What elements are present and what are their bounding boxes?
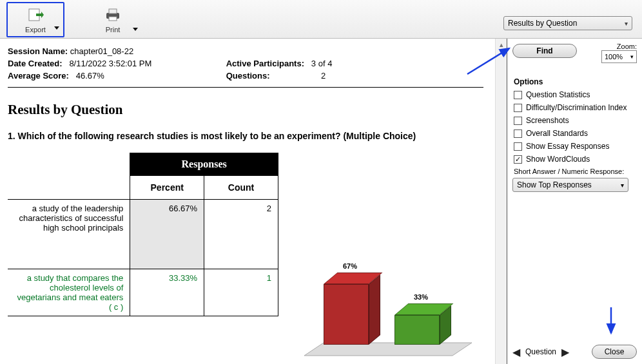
checkbox-icon[interactable] xyxy=(514,117,522,125)
option-screenshots[interactable]: Screenshots xyxy=(514,116,636,125)
export-icon xyxy=(27,6,44,24)
option-label: Question Statistics xyxy=(526,90,590,99)
option-difficulty-discrimination-index[interactable]: Difficulty/Discrimination Index xyxy=(514,103,636,112)
table-row: a study of the leadership characteristic… xyxy=(8,200,278,269)
scrollbar[interactable]: ▴ xyxy=(495,39,507,364)
option-overall-standards[interactable]: Overall Standards xyxy=(514,129,636,138)
view-select-value: Results by Question xyxy=(508,19,577,28)
close-button[interactable]: Close xyxy=(592,345,637,359)
col-percent: Percent xyxy=(130,176,204,200)
scroll-up-icon[interactable]: ▴ xyxy=(496,39,507,50)
chevron-down-icon: ▾ xyxy=(621,182,624,189)
report-pane: Session Name: chapter01_08-22 Date Creat… xyxy=(0,39,495,364)
responses-table: Responses Percent Count a study of the l… xyxy=(8,153,278,316)
chart-bar-label: 33% xyxy=(414,293,428,301)
print-button[interactable]: Print xyxy=(84,2,142,37)
find-label: Find xyxy=(536,46,552,55)
chart-bar-label: 67% xyxy=(343,262,357,270)
questions-label: Questions: xyxy=(226,71,270,81)
close-label: Close xyxy=(605,347,625,356)
date-value: 8/11/2022 3:52:01 PM xyxy=(69,59,151,68)
find-button[interactable]: Find xyxy=(512,44,577,58)
zoom-select[interactable]: 100% ▾ xyxy=(601,50,637,63)
option-label: Show Essay Responses xyxy=(526,142,609,151)
chevron-down-icon xyxy=(54,26,59,30)
count-cell: 1 xyxy=(204,269,278,316)
print-label: Print xyxy=(106,26,121,34)
checkbox-icon[interactable]: ✓ xyxy=(514,155,522,164)
chevron-down-icon: ▾ xyxy=(625,20,628,27)
zoom-value: 100% xyxy=(605,53,623,61)
next-question-button[interactable]: ▶ xyxy=(561,346,569,358)
percent-cell: 66.67% xyxy=(130,200,204,269)
bar-chart: 67%33% xyxy=(304,230,472,359)
option-label: Overall Standards xyxy=(526,129,588,138)
printer-icon xyxy=(104,6,121,24)
checkbox-icon[interactable] xyxy=(514,129,522,138)
percent-cell: 33.33% xyxy=(130,269,204,316)
options-label: Options xyxy=(514,77,637,86)
svg-rect-4 xyxy=(109,17,117,21)
short-answer-select[interactable]: Show Top Responses ▾ xyxy=(512,178,628,192)
option-label: Difficulty/Discrimination Index xyxy=(526,103,627,112)
option-label: Show WordClouds xyxy=(526,155,590,164)
nav-label: Question xyxy=(525,347,556,356)
checkbox-icon[interactable] xyxy=(514,142,522,151)
option-show-essay-responses[interactable]: Show Essay Responses xyxy=(514,142,636,151)
avg-value: 46.67% xyxy=(76,71,104,81)
toolbar: Export Print Results by Question ▾ xyxy=(0,0,642,39)
col-count: Count xyxy=(204,176,278,200)
zoom-label: Zoom: xyxy=(601,43,637,50)
export-button[interactable]: Export xyxy=(6,2,64,37)
chevron-down-icon xyxy=(133,28,138,31)
questions-value: 2 xyxy=(321,71,326,81)
avg-label: Average Score: xyxy=(8,71,69,81)
svg-rect-3 xyxy=(109,9,117,14)
short-answer-label: Short Answer / Numeric Response: xyxy=(514,168,636,175)
answer-cell: a study of the leadership characteristic… xyxy=(8,200,130,269)
report-title: Results by Question xyxy=(8,102,483,118)
option-question-statistics[interactable]: Question Statistics xyxy=(514,90,636,99)
answer-cell: a study that compares the cholesterol le… xyxy=(8,269,130,316)
prev-question-button[interactable]: ◀ xyxy=(512,346,520,358)
table-row: a study that compares the cholesterol le… xyxy=(8,269,278,316)
view-select[interactable]: Results by Question ▾ xyxy=(503,16,632,30)
sidebar: Find Zoom: 100% ▾ Options Question Stati… xyxy=(507,39,642,364)
export-label: Export xyxy=(25,26,46,34)
checkbox-icon[interactable] xyxy=(514,104,522,112)
short-answer-value: Show Top Responses xyxy=(517,180,592,189)
date-label: Date Created: xyxy=(8,59,63,68)
active-label: Active Participants: xyxy=(226,59,304,68)
active-value: 3 of 4 xyxy=(311,59,333,68)
session-value: chapter01_08-22 xyxy=(70,46,133,56)
option-show-wordclouds[interactable]: ✓Show WordClouds xyxy=(514,155,636,164)
session-label: Session Name: xyxy=(8,46,68,56)
checkbox-icon[interactable] xyxy=(514,91,522,99)
question-text: 1. Which of the following research studi… xyxy=(8,131,483,141)
chevron-down-icon: ▾ xyxy=(630,53,634,60)
svg-marker-5 xyxy=(304,343,472,356)
count-cell: 2 xyxy=(204,200,278,269)
table-header: Responses xyxy=(130,153,278,176)
option-label: Screenshots xyxy=(526,116,569,125)
